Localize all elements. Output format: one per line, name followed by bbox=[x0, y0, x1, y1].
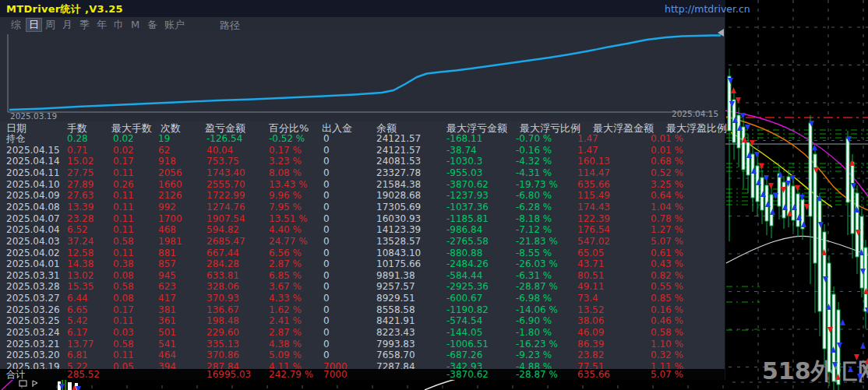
total-row: 合计285.5216995.03242.79 %7000-3870.62-28.… bbox=[0, 369, 725, 380]
collapse-handle[interactable] bbox=[718, 29, 724, 37]
table-cell: 0 bbox=[323, 293, 330, 304]
menu-item-巾[interactable]: 巾 bbox=[112, 19, 125, 31]
table-row: 2025.04.1415.020.17918753.753.23 %024081… bbox=[0, 156, 725, 167]
table-cell: 0.68 % bbox=[651, 156, 683, 167]
menu-item-M[interactable]: M bbox=[129, 19, 141, 31]
table-cell: 6.44 bbox=[67, 293, 88, 304]
table-cell: 0 bbox=[323, 270, 330, 281]
table-cell: 1722.99 bbox=[206, 190, 245, 201]
table-cell: -955.03 bbox=[446, 167, 482, 178]
table-cell: 115.49 bbox=[577, 190, 610, 201]
table-cell: -6.80 % bbox=[516, 190, 552, 201]
table-cell: -0.16 % bbox=[516, 145, 552, 156]
table-cell: 0.82 % bbox=[651, 270, 683, 281]
table-cell: 27.63 bbox=[67, 190, 94, 201]
menu-item-年[interactable]: 年 bbox=[95, 19, 108, 31]
menu-item-季[interactable]: 季 bbox=[78, 19, 91, 31]
table-cell: 0 bbox=[323, 133, 330, 144]
menu-item-周[interactable]: 周 bbox=[44, 19, 57, 31]
table-cell: 13.02 bbox=[67, 270, 94, 281]
table-cell: -8.18 % bbox=[516, 213, 552, 224]
table-cell: 49.11 bbox=[577, 281, 604, 292]
table-cell: 7993.83 bbox=[376, 339, 415, 350]
table-cell: 2.87 % bbox=[269, 327, 302, 338]
table-cell: -144.05 bbox=[446, 327, 482, 338]
table-cell: 10175.66 bbox=[376, 258, 421, 269]
table-cell: 2025.03.21 bbox=[6, 339, 60, 350]
table-cell: 381 bbox=[158, 304, 176, 315]
table-cell: 0 bbox=[323, 339, 330, 350]
table-cell: 19028.68 bbox=[376, 190, 421, 201]
table-cell: 6.81 bbox=[67, 350, 88, 360]
table-cell: 0 bbox=[323, 190, 330, 201]
path-button[interactable]: 路径 bbox=[220, 19, 240, 33]
table-cell: 2025.04.03 bbox=[6, 236, 60, 247]
table-cell: 0.11 bbox=[113, 248, 134, 258]
table-cell: 0 bbox=[323, 145, 330, 156]
table-cell: 7.95 % bbox=[269, 202, 302, 213]
table-cell: 1.47 bbox=[577, 133, 598, 144]
menu-item-账户[interactable]: 账户 bbox=[163, 19, 186, 31]
equity-chart-svg bbox=[0, 33, 725, 121]
table-cell: 2025.04.09 bbox=[6, 190, 60, 201]
menu-item-月[interactable]: 月 bbox=[61, 19, 74, 31]
table-cell: -7.12 % bbox=[516, 224, 552, 235]
table-cell: 0 bbox=[323, 202, 330, 213]
menu-item-备[interactable]: 备 bbox=[146, 19, 159, 31]
table-cell: -4.32 % bbox=[516, 156, 552, 167]
table-cell: -687.26 bbox=[446, 350, 482, 360]
table-cell: 0.78 % bbox=[651, 213, 683, 224]
table-cell: 0.16 % bbox=[651, 304, 683, 315]
table-cell: 594.82 bbox=[206, 224, 239, 235]
table-cell: 13.77 bbox=[67, 339, 94, 350]
table-cell: -26.03 % bbox=[516, 258, 558, 269]
table-cell: 65.05 bbox=[577, 248, 604, 258]
table-cell: -2765.58 bbox=[446, 236, 489, 247]
table-cell: 114.47 bbox=[577, 167, 610, 178]
stats-panel: MTDriver统计 ,V3.25 http://mtdriver.cn 路径 … bbox=[0, 0, 725, 380]
table-cell: 19 bbox=[158, 133, 170, 144]
equity-chart: 2025.03.19 2025.04.15 bbox=[0, 33, 725, 121]
table-cell: 27.75 bbox=[67, 167, 94, 178]
table-cell: 0.11 bbox=[113, 315, 134, 326]
table-cell: 0 bbox=[323, 327, 330, 338]
table-cell: 24121.57 bbox=[376, 145, 421, 156]
table-cell: 3.23 % bbox=[269, 156, 302, 167]
table-row: 2025.03.2815.350.58623328.063.67 %09257.… bbox=[0, 281, 725, 293]
table-cell: 21584.38 bbox=[376, 179, 421, 190]
table-cell: 881 bbox=[158, 248, 176, 258]
table-cell: 7000 bbox=[323, 369, 348, 380]
column-header: 盈亏金额 bbox=[205, 121, 245, 134]
table-cell: 2025.04.02 bbox=[6, 248, 60, 258]
url-link[interactable]: http://mtdriver.cn bbox=[665, 3, 750, 15]
table-cell: 2025.03.25 bbox=[6, 315, 60, 326]
table-row: 2025.04.0212.580.11881667.446.56 %010843… bbox=[0, 248, 725, 259]
table-cell: 0.38 bbox=[113, 258, 134, 269]
table-cell: 0 bbox=[323, 248, 330, 258]
table-cell: -6.28 % bbox=[516, 202, 552, 213]
table-cell: -1237.93 bbox=[446, 190, 489, 201]
table-cell: 37.24 bbox=[67, 236, 94, 247]
title-bar[interactable]: MTDriver统计 ,V3.25 http://mtdriver.cn bbox=[0, 0, 725, 17]
table-cell: 284.28 bbox=[206, 258, 239, 269]
table-cell: 2555.70 bbox=[206, 179, 245, 190]
table-row: 持仓0.280.0219-126.54-0.52 %024121.57-168.… bbox=[0, 133, 725, 145]
table-cell: 0.11 bbox=[113, 350, 134, 360]
table-cell: 0.11 bbox=[113, 213, 134, 224]
table-cell: 23327.78 bbox=[376, 167, 421, 178]
table-cell: 2025.03.24 bbox=[6, 327, 60, 338]
table-cell: -0.70 % bbox=[516, 133, 552, 144]
table-cell: 633.81 bbox=[206, 270, 239, 281]
table-cell: 3.67 % bbox=[269, 281, 302, 292]
table-cell: -21.83 % bbox=[516, 236, 558, 247]
table-cell: 335.13 bbox=[206, 339, 239, 350]
menu-item-日[interactable]: 日 bbox=[26, 18, 42, 32]
table-cell: 0.08 bbox=[113, 293, 134, 304]
column-header: 余额 bbox=[376, 121, 397, 134]
table-cell: 86.39 bbox=[577, 339, 604, 350]
table-cell: 15.35 bbox=[67, 281, 94, 292]
table-cell: -168.11 bbox=[446, 133, 482, 144]
table-cell: 0 bbox=[323, 304, 330, 315]
menu-item-综[interactable]: 综 bbox=[9, 19, 23, 31]
table-cell: 0.03 bbox=[113, 327, 134, 338]
